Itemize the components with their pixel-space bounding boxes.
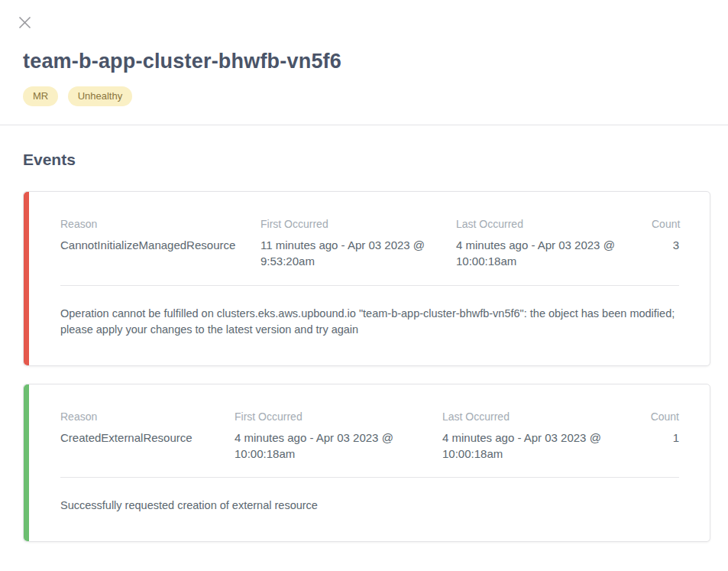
- resource-detail-panel: team-b-app-cluster-bhwfb-vn5f6 MR Unheal…: [0, 15, 728, 542]
- event-card-error: Reason First Occurred Last Occurred Coun…: [23, 191, 710, 366]
- event-status-bar-success: [24, 384, 29, 542]
- column-header-last-occurred: Last Occurred: [456, 218, 652, 237]
- event-meta-row: CannotInitializeManagedResource 11 minut…: [60, 237, 679, 270]
- column-header-last-occurred: Last Occurred: [442, 410, 650, 430]
- event-reason: CannotInitializeManagedResource: [60, 237, 260, 270]
- event-count: 1: [650, 430, 679, 462]
- event-card-success: Reason First Occurred Last Occurred Coun…: [23, 384, 710, 543]
- event-meta-row: CreatedExternalResource 4 minutes ago - …: [60, 430, 679, 462]
- badge-row: MR Unhealthy: [23, 86, 728, 106]
- header-divider: [0, 125, 728, 125]
- column-header-first-occurred: First Occurred: [235, 410, 442, 430]
- column-header-reason: Reason: [60, 218, 260, 237]
- card-divider: [60, 477, 679, 478]
- event-reason: CreatedExternalResource: [60, 430, 235, 462]
- close-icon: [18, 16, 31, 29]
- event-status-bar-error: [24, 192, 29, 365]
- event-first-occurred: 11 minutes ago - Apr 03 2023 @ 9:53:20am: [260, 237, 456, 270]
- resource-kind-badge: MR: [23, 86, 58, 106]
- event-message: Operation cannot be fulfilled on cluster…: [60, 306, 679, 338]
- column-header-first-occurred: First Occurred: [260, 218, 456, 237]
- event-message: Successfully requested creation of exter…: [60, 498, 679, 514]
- page-title: team-b-app-cluster-bhwfb-vn5f6: [23, 50, 728, 73]
- event-last-occurred: 4 minutes ago - Apr 03 2023 @ 10:00:18am: [456, 237, 652, 270]
- event-first-occurred: 4 minutes ago - Apr 03 2023 @ 10:00:18am: [235, 430, 442, 462]
- card-divider: [60, 285, 679, 286]
- health-status-badge: Unhealthy: [68, 86, 133, 106]
- event-meta-table: Reason First Occurred Last Occurred Coun…: [60, 218, 679, 270]
- event-last-occurred: 4 minutes ago - Apr 03 2023 @ 10:00:18am: [442, 430, 650, 462]
- event-meta-table: Reason First Occurred Last Occurred Coun…: [60, 410, 679, 462]
- event-count: 3: [652, 237, 679, 270]
- column-header-count: Count: [652, 218, 679, 237]
- close-button[interactable]: [17, 15, 33, 31]
- column-header-reason: Reason: [60, 410, 235, 430]
- column-header-count: Count: [650, 410, 679, 430]
- events-heading: Events: [23, 151, 728, 169]
